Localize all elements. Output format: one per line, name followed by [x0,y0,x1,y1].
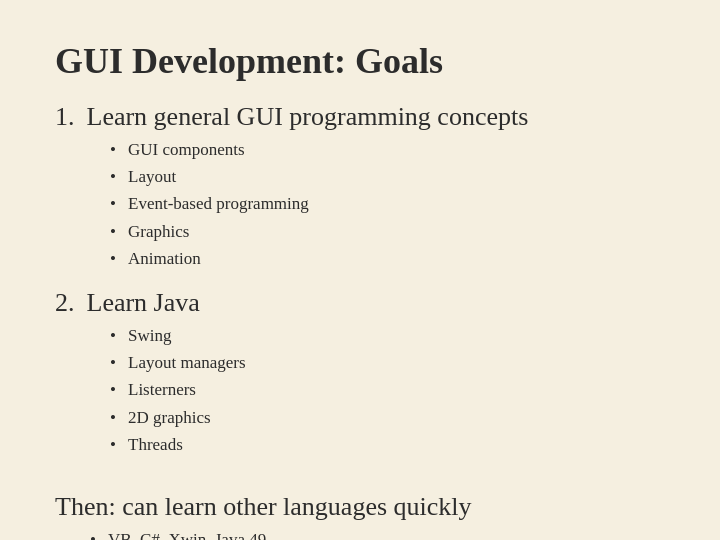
footer-bullets: VB, C#, Xwin, Java 49 [55,526,665,540]
list-item: Animation [110,245,665,272]
section-1: 1. Learn general GUI programming concept… [55,102,665,278]
section-1-bullets: GUI components Layout Event-based progra… [55,136,665,272]
section-2: 2. Learn Java Swing Layout managers List… [55,288,665,464]
footer-text: Then: can learn other languages quickly [55,492,665,522]
list-item: Layout [110,163,665,190]
section-1-heading: 1. Learn general GUI programming concept… [55,102,665,132]
section-1-title: Learn general GUI programming concepts [87,102,529,132]
list-item: Listerners [110,376,665,403]
list-item: GUI components [110,136,665,163]
section-2-title: Learn Java [87,288,200,318]
section-1-number: 1. [55,102,75,132]
section-2-bullets: Swing Layout managers Listerners 2D grap… [55,322,665,458]
list-item: Graphics [110,218,665,245]
list-item: Layout managers [110,349,665,376]
slide: GUI Development: Goals 1. Learn general … [0,0,720,540]
list-item: Swing [110,322,665,349]
footer-section: Then: can learn other languages quickly … [55,492,665,540]
list-item: VB, C#, Xwin, Java 49 [90,526,665,540]
section-2-heading: 2. Learn Java [55,288,665,318]
list-item: Threads [110,431,665,458]
slide-title: GUI Development: Goals [55,40,665,82]
section-2-number: 2. [55,288,75,318]
list-item: Event-based programming [110,190,665,217]
list-item: 2D graphics [110,404,665,431]
